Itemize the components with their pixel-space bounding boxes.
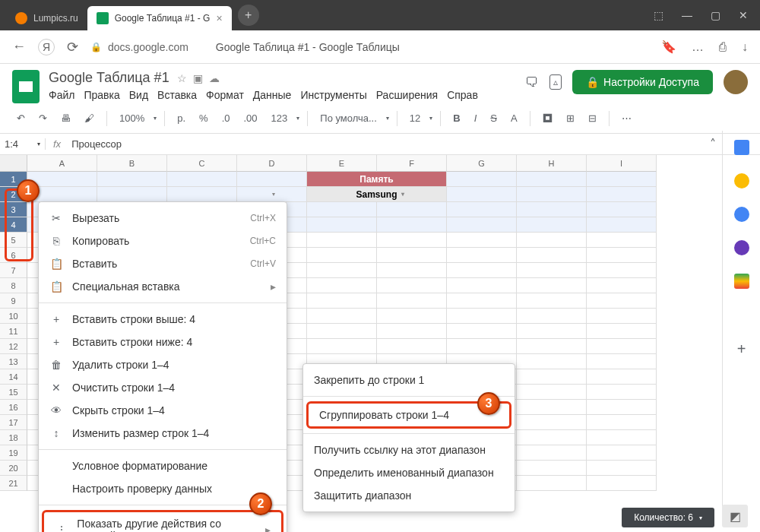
cell[interactable]: [587, 309, 657, 324]
cell[interactable]: [517, 248, 587, 263]
add-addon-button[interactable]: +: [737, 340, 746, 358]
format-menu[interactable]: 123: [267, 109, 293, 127]
close-tab-icon[interactable]: ×: [216, 12, 222, 24]
cell[interactable]: [517, 172, 587, 187]
dec-decrease-button[interactable]: .0: [217, 109, 235, 127]
menu-extensions[interactable]: Расширения: [376, 89, 438, 101]
sub-get-link[interactable]: Получить ссылку на этот диапазон: [303, 439, 515, 461]
ctx-clear-rows[interactable]: ✕Очистить строки 1–4: [39, 376, 287, 399]
cell[interactable]: [377, 233, 447, 248]
star-icon[interactable]: ☆: [177, 72, 187, 84]
cell[interactable]: [587, 369, 657, 385]
cell[interactable]: [517, 278, 587, 293]
borders-button[interactable]: ⊞: [562, 109, 579, 127]
cell[interactable]: [517, 263, 587, 278]
cell[interactable]: [587, 415, 657, 430]
ctx-copy[interactable]: ⎘КопироватьCtrl+C: [39, 230, 287, 252]
tasks-icon[interactable]: [734, 207, 749, 222]
menu-help[interactable]: Справ: [447, 89, 478, 101]
cell[interactable]: [377, 248, 447, 263]
more-tools-button[interactable]: ⋯: [617, 109, 636, 127]
browser-tab-active[interactable]: Google Таблица #1 - G ×: [87, 6, 232, 30]
row-header[interactable]: 5: [0, 233, 27, 248]
cell[interactable]: [447, 309, 517, 324]
cell[interactable]: [307, 202, 377, 217]
reload-button[interactable]: ⟳: [67, 39, 78, 55]
row-header[interactable]: 14: [0, 369, 27, 385]
url-box[interactable]: 🔒 docs.google.com: [90, 41, 188, 53]
cell[interactable]: [447, 339, 517, 354]
row-header[interactable]: 16: [0, 400, 27, 415]
menu-view[interactable]: Вид: [129, 89, 148, 101]
cell[interactable]: [447, 263, 517, 278]
ctx-hide-rows[interactable]: 👁Скрыть строки 1–4: [39, 399, 287, 422]
cell[interactable]: [447, 187, 517, 202]
name-box[interactable]: 1:4 ▾: [0, 138, 46, 150]
move-icon[interactable]: ▣: [193, 72, 203, 84]
menu-format[interactable]: Формат: [206, 89, 244, 101]
cell[interactable]: [587, 461, 657, 476]
font-select[interactable]: По умолча...: [315, 109, 382, 127]
cell[interactable]: [587, 263, 657, 278]
row-header[interactable]: 7: [0, 263, 27, 278]
cell[interactable]: [447, 217, 517, 233]
cell[interactable]: [517, 293, 587, 309]
formula-input[interactable]: Процессор: [68, 138, 760, 150]
present-icon[interactable]: ▵: [549, 74, 562, 90]
ctx-resize-rows[interactable]: ↕Изменить размер строк 1–4: [39, 422, 287, 445]
minimize-icon[interactable]: —: [682, 9, 692, 21]
row-header[interactable]: 18: [0, 430, 27, 445]
cell[interactable]: [447, 202, 517, 217]
sub-protect[interactable]: Защитить диапазон: [303, 484, 515, 507]
cell[interactable]: [517, 476, 587, 491]
sub-named-range[interactable]: Определить именованный диапазон: [303, 461, 515, 484]
column-header[interactable]: B: [97, 155, 167, 172]
redo-button[interactable]: ↷: [34, 109, 52, 127]
row-header[interactable]: 17: [0, 415, 27, 430]
contacts-icon[interactable]: [734, 240, 749, 255]
column-header[interactable]: D: [237, 155, 307, 172]
cell[interactable]: [587, 293, 657, 309]
cell[interactable]: [517, 354, 587, 369]
cell[interactable]: [237, 172, 307, 187]
cell[interactable]: [587, 445, 657, 461]
cell[interactable]: [377, 202, 447, 217]
cell[interactable]: [447, 172, 517, 187]
download-icon[interactable]: ↓: [742, 40, 748, 54]
ctx-more-row-actions[interactable]: ⋮Показать другие действия со строкой▸: [42, 510, 283, 532]
cell[interactable]: [307, 309, 377, 324]
cell[interactable]: [167, 187, 237, 202]
collapse-toolbar-icon[interactable]: ˄: [710, 137, 716, 151]
cell[interactable]: [587, 278, 657, 293]
cell[interactable]: [307, 263, 377, 278]
row-header[interactable]: 19: [0, 445, 27, 461]
sheets-logo-icon[interactable]: [12, 70, 40, 103]
close-window-icon[interactable]: ✕: [739, 9, 748, 21]
cell[interactable]: [517, 369, 587, 385]
undo-button[interactable]: ↶: [12, 109, 30, 127]
cell[interactable]: [97, 172, 167, 187]
percent-button[interactable]: %: [195, 109, 213, 127]
ctx-insert-below[interactable]: +Вставить строки ниже: 4: [39, 331, 287, 353]
cell[interactable]: [517, 187, 587, 202]
new-tab-button[interactable]: +: [238, 5, 259, 26]
cloud-icon[interactable]: ☁: [209, 72, 220, 84]
menu-insert[interactable]: Вставка: [157, 89, 197, 101]
cell[interactable]: [377, 339, 447, 354]
cell[interactable]: [587, 476, 657, 491]
text-color-button[interactable]: A: [506, 109, 522, 127]
row-header[interactable]: 11: [0, 324, 27, 339]
user-avatar[interactable]: [724, 70, 748, 94]
cell[interactable]: [517, 445, 587, 461]
explore-button[interactable]: ◩: [722, 505, 748, 527]
cell[interactable]: [517, 339, 587, 354]
cell[interactable]: [517, 400, 587, 415]
cell[interactable]: [377, 293, 447, 309]
cell[interactable]: [587, 187, 657, 202]
cell[interactable]: [587, 385, 657, 400]
row-header[interactable]: 9: [0, 293, 27, 309]
cell[interactable]: [517, 233, 587, 248]
fill-color-button[interactable]: 🞑: [538, 109, 557, 127]
menu-edit[interactable]: Правка: [84, 89, 119, 101]
cell[interactable]: ▾: [237, 187, 307, 202]
